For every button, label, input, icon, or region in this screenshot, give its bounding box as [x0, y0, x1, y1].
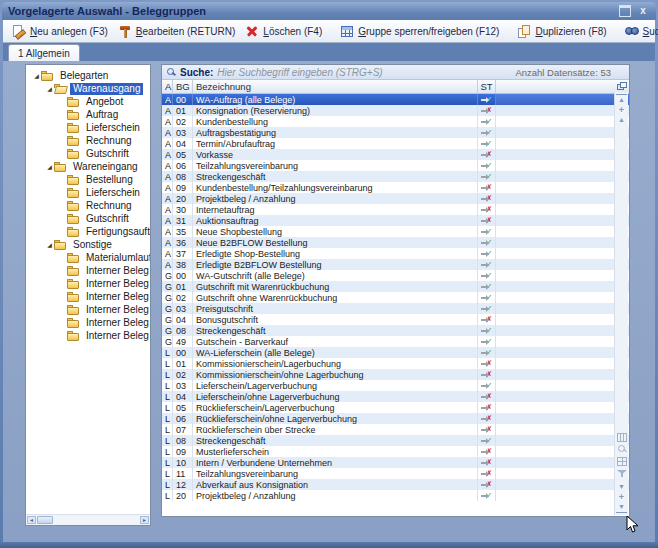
- scroll-plus-top-icon[interactable]: +: [616, 105, 627, 115]
- filter-icon[interactable]: [617, 469, 627, 478]
- toolbar-button-3[interactable]: Löschen (F4): [240, 23, 327, 40]
- tree-expander-icon[interactable]: ◢: [45, 163, 54, 170]
- table-row[interactable]: A37Erledigte Shop-Bestellung✓: [162, 248, 629, 259]
- column-header-a[interactable]: A: [162, 80, 173, 93]
- table-row[interactable]: L12Abverkauf aus Konsignation✗: [162, 479, 629, 490]
- table-row[interactable]: L07Rücklieferschein über Strecke✗: [162, 424, 629, 435]
- scroll-to-top-icon[interactable]: ▲: [616, 94, 627, 105]
- tree-item-sonstige[interactable]: ◢Sonstige: [26, 238, 150, 251]
- tree-item-lieferschein[interactable]: Lieferschein: [26, 121, 150, 134]
- tree-item-belegarten[interactable]: ◢Belegarten: [26, 69, 150, 82]
- table-row[interactable]: A35Neue Shopbestellung✓: [162, 226, 629, 237]
- table-row[interactable]: L10Intern / Verbundene Unternehmen✗: [162, 457, 629, 468]
- restore-window-button[interactable]: [618, 5, 632, 17]
- grid-view-icon[interactable]: [617, 457, 627, 466]
- scroll-up-icon[interactable]: ▲: [616, 115, 627, 125]
- toolbar-button-6[interactable]: Suchen (STRG+S): [620, 23, 658, 40]
- table-row[interactable]: L04Lieferschein/ohne Lagerverbuchung✗: [162, 391, 629, 402]
- table-row[interactable]: A31Auktionsauftrag✗: [162, 215, 629, 226]
- table-row[interactable]: A04Termin/Abrufauftrag✓: [162, 138, 629, 149]
- tree-item-angebot[interactable]: Angebot: [26, 95, 150, 108]
- table-row[interactable]: G00WA-Gutschrift (alle Belege)✓: [162, 270, 629, 281]
- quick-search-icon[interactable]: [617, 445, 627, 454]
- tree-expander-icon[interactable]: ◢: [32, 72, 41, 79]
- column-header-bg[interactable]: BG: [173, 80, 193, 93]
- table-row[interactable]: A06Teilzahlungsvereinbarung✓: [162, 160, 629, 171]
- table-row[interactable]: A38Erledigte B2BFLOW Bestellung✓: [162, 259, 629, 270]
- scroll-right-icon[interactable]: ►: [140, 516, 149, 524]
- tree-item-fertigungsauftrag-pps-[interactable]: Fertigungsauftrag (PPS): [26, 225, 150, 238]
- tree-item-interner-beleg-5-pps-[interactable]: Interner Beleg 5 (PPS): [26, 329, 150, 342]
- tree-item-interner-beleg-1-pps-[interactable]: Interner Beleg 1 (PPS): [26, 277, 150, 290]
- table-vertical-scrollbar[interactable]: ▲ + ▲ ▼ + ▼: [614, 92, 628, 515]
- table-row[interactable]: L08Streckengeschäft✓: [162, 435, 629, 446]
- table-row[interactable]: G04Bonusgutschrift✗: [162, 314, 629, 325]
- search-input[interactable]: Hier Suchbegriff eingeben (STRG+S): [217, 67, 511, 78]
- table-row[interactable]: G01Gutschrift mit Warenrückbuchung✓: [162, 281, 629, 292]
- tree-item-label: Interner Beleg 3 (PPS): [83, 304, 151, 316]
- table-row[interactable]: A30Internetauftrag✗: [162, 204, 629, 215]
- tree-item-lieferschein[interactable]: Lieferschein: [26, 186, 150, 199]
- table-row[interactable]: L02Kommissionierschein/ohne Lagerbuchung…: [162, 369, 629, 380]
- search-bar[interactable]: Suche: Hier Suchbegriff eingeben (STRG+S…: [162, 65, 629, 80]
- table-row[interactable]: L11Teilzahlungsvereinbarung✗: [162, 468, 629, 479]
- art-cell: A: [162, 204, 173, 215]
- tree-item-bestellung[interactable]: Bestellung: [26, 173, 150, 186]
- table-row[interactable]: A20Projektbeleg / Anzahlung✗: [162, 193, 629, 204]
- tree-item-rechnung[interactable]: Rechnung: [26, 134, 150, 147]
- scroll-plus-bottom-icon[interactable]: +: [616, 492, 627, 502]
- table-row[interactable]: G02Gutschrift ohne Warenrückbuchung✓: [162, 292, 629, 303]
- table-row[interactable]: A09Kundenbestellung/Teilzahlungsvereinba…: [162, 182, 629, 193]
- table-row[interactable]: L05Rücklieferschein/Lagerverbuchung✗: [162, 402, 629, 413]
- tree-item-wareneingang[interactable]: ◢Wareneingang: [26, 160, 150, 173]
- folder-icon: [67, 201, 80, 211]
- toolbar-button-1[interactable]: Neu anlegen (F3): [7, 23, 113, 40]
- tree-item-gutschrift[interactable]: Gutschrift: [26, 147, 150, 160]
- column-header-bezeichnung[interactable]: Bezeichnung: [193, 80, 478, 93]
- tree-item-gutschrift[interactable]: Gutschrift: [26, 212, 150, 225]
- tree-expander-icon[interactable]: ◢: [45, 241, 54, 248]
- table-row[interactable]: G08Streckengeschäft✓: [162, 325, 629, 336]
- toolbar-button-2[interactable]: Bearbeiten (RETURN): [113, 23, 240, 40]
- tree-item-interner-beleg-4-pps-[interactable]: Interner Beleg 4 (PPS): [26, 316, 150, 329]
- table-row[interactable]: L01Kommissionierschein/Lagerbuchung✗: [162, 358, 629, 369]
- status-active-icon: ✓: [481, 140, 493, 148]
- toolbar-button-5[interactable]: Duplizieren (F8): [512, 23, 611, 40]
- columns-icon[interactable]: [617, 433, 627, 442]
- scroll-left-icon[interactable]: ◄: [27, 516, 36, 524]
- table-row[interactable]: A00WA-Auftrag (alle Belege)✓: [162, 94, 629, 105]
- table-row[interactable]: L20Projektbeleg / Anzahlung✓: [162, 490, 629, 501]
- table-row[interactable]: A02Kundenbestellung✓: [162, 116, 629, 127]
- table-row[interactable]: A01Konsignation (Reservierung)✗: [162, 105, 629, 116]
- tree-item-interner-beleg-3-pps-[interactable]: Interner Beleg 3 (PPS): [26, 303, 150, 316]
- scrollbar-thumb[interactable]: [37, 516, 53, 524]
- table-row[interactable]: G03Preisgutschrift✓: [162, 303, 629, 314]
- tree-item-auftrag[interactable]: Auftrag: [26, 108, 150, 121]
- tree-expander-icon[interactable]: ◢: [45, 85, 54, 92]
- bezeichnung-cell: Streckengeschäft: [193, 325, 478, 336]
- status-cell: ✗: [478, 446, 496, 457]
- column-header-st[interactable]: ST: [478, 80, 496, 93]
- close-window-button[interactable]: x: [636, 5, 650, 17]
- toolbar-button-4[interactable]: Gruppe sperren/freigeben (F12): [335, 23, 504, 40]
- tree-item-warenausgang[interactable]: ◢Warenausgang: [26, 82, 150, 95]
- tree-item-materialumlauf-reparatur[interactable]: Materialumlauf/Reparatur: [26, 251, 150, 264]
- table-row[interactable]: L06Rücklieferschein/ohne Lagerverbuchung…: [162, 413, 629, 424]
- tree-horizontal-scrollbar[interactable]: ◄ ►: [26, 514, 150, 525]
- status-active-icon: ✓: [481, 382, 493, 390]
- scroll-down-icon[interactable]: ▼: [616, 482, 627, 492]
- table-row[interactable]: A03Auftragsbestätigung✓: [162, 127, 629, 138]
- scroll-to-bottom-icon[interactable]: ▼: [616, 502, 627, 513]
- tree-item-interner-beleg[interactable]: Interner Beleg: [26, 264, 150, 277]
- table-row[interactable]: L03Lieferschein/Lagerverbuchung✓: [162, 380, 629, 391]
- tab-allgemein[interactable]: 1 Allgemein: [8, 44, 80, 62]
- table-row[interactable]: A05Vorkasse✗: [162, 149, 629, 160]
- tree-item-rechnung[interactable]: Rechnung: [26, 199, 150, 212]
- column-chooser-icon[interactable]: [617, 82, 627, 91]
- table-row[interactable]: A36Neue B2BFLOW Bestellung✓: [162, 237, 629, 248]
- table-row[interactable]: A08Streckengeschäft✓: [162, 171, 629, 182]
- table-row[interactable]: L00WA-Lieferschein (alle Belege)✓: [162, 347, 629, 358]
- table-row[interactable]: G49Gutschein - Barverkauf✓: [162, 336, 629, 347]
- tree-item-interner-beleg-2-pps-[interactable]: Interner Beleg 2 (PPS): [26, 290, 150, 303]
- table-row[interactable]: L09Musterlieferschein✗: [162, 446, 629, 457]
